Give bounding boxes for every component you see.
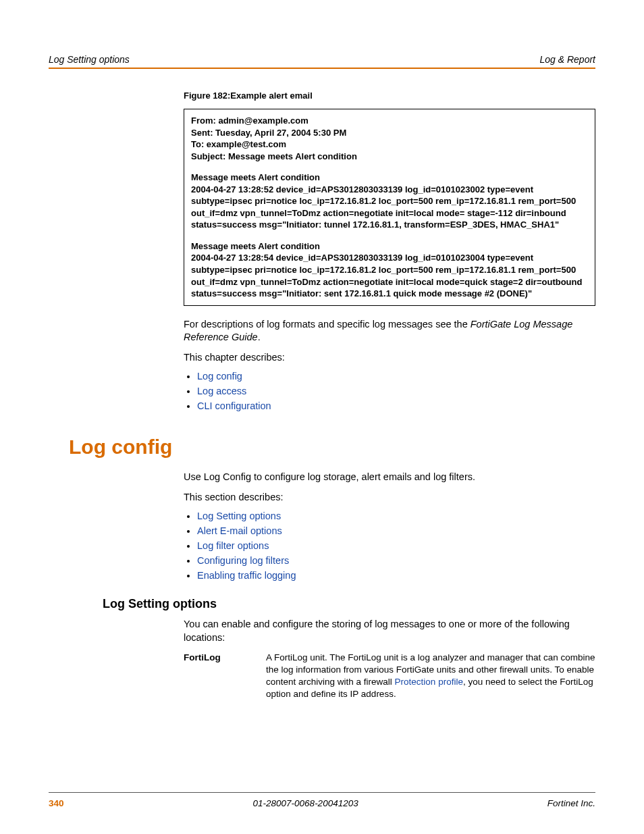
document-page: Log Setting options Log & Report Figure … bbox=[0, 0, 644, 834]
link-enabling-traffic-logging[interactable]: Enabling traffic logging bbox=[197, 570, 296, 581]
email-body-line: Message meets Alert condition bbox=[191, 240, 588, 253]
link-list: Log Setting options Alert E-mail options… bbox=[184, 511, 595, 581]
list-item: Configuring log filters bbox=[197, 555, 595, 566]
document-id: 01-28007-0068-20041203 bbox=[253, 798, 358, 808]
header-left: Log Setting options bbox=[49, 54, 130, 65]
link-list: Log config Log access CLI configuration bbox=[184, 371, 595, 411]
email-body-line: Message meets Alert condition bbox=[191, 172, 588, 184]
email-subject: Subject: Message meets Alert condition bbox=[191, 151, 588, 163]
paragraph: This section describes: bbox=[184, 491, 595, 504]
email-body-line: 2004-04-27 13:28:54 device_id=APS3012803… bbox=[191, 252, 588, 299]
list-item: Log config bbox=[197, 371, 595, 382]
running-header: Log Setting options Log & Report bbox=[49, 54, 595, 69]
definition-term: FortiLog bbox=[184, 652, 251, 701]
link-alert-email-options[interactable]: Alert E-mail options bbox=[197, 525, 282, 536]
section-heading-log-config: Log config bbox=[69, 436, 595, 459]
email-sent: Sent: Tuesday, April 27, 2004 5:30 PM bbox=[191, 127, 588, 139]
list-item: Log filter options bbox=[197, 540, 595, 551]
link-log-setting-options[interactable]: Log Setting options bbox=[197, 511, 281, 521]
list-item: Enabling traffic logging bbox=[197, 570, 595, 581]
header-right: Log & Report bbox=[540, 54, 596, 65]
paragraph: Use Log Config to configure log storage,… bbox=[184, 471, 595, 484]
paragraph: This chapter describes: bbox=[184, 351, 595, 365]
section-content: Use Log Config to configure log storage,… bbox=[184, 471, 595, 581]
main-content: Figure 182:Example alert email From: adm… bbox=[184, 90, 595, 411]
definition-row: FortiLog A FortiLog unit. The FortiLog u… bbox=[184, 652, 595, 701]
example-email-box: From: admin@example.com Sent: Tuesday, A… bbox=[184, 109, 595, 306]
email-body-line: 2004-04-27 13:28:52 device_id=APS3012803… bbox=[191, 184, 588, 231]
list-item: CLI configuration bbox=[197, 400, 595, 411]
page-footer: 340 01-28007-0068-20041203 Fortinet Inc. bbox=[49, 792, 595, 808]
definition-description: A FortiLog unit. The FortiLog unit is a … bbox=[266, 652, 595, 701]
list-item: Log Setting options bbox=[197, 511, 595, 521]
link-log-filter-options[interactable]: Log filter options bbox=[197, 540, 269, 551]
email-from: From: admin@example.com bbox=[191, 115, 588, 127]
email-to: To: example@test.com bbox=[191, 138, 588, 151]
subsection-heading-log-setting-options: Log Setting options bbox=[103, 597, 595, 611]
company-name: Fortinet Inc. bbox=[547, 798, 595, 808]
list-item: Log access bbox=[197, 386, 595, 396]
figure-caption: Figure 182:Example alert email bbox=[184, 90, 595, 101]
link-protection-profile[interactable]: Protection profile bbox=[395, 677, 463, 687]
page-number: 340 bbox=[49, 798, 64, 808]
link-log-access[interactable]: Log access bbox=[197, 386, 246, 396]
paragraph: For descriptions of log formats and spec… bbox=[184, 318, 595, 344]
link-configuring-log-filters[interactable]: Configuring log filters bbox=[197, 555, 289, 566]
list-item: Alert E-mail options bbox=[197, 525, 595, 536]
link-cli-configuration[interactable]: CLI configuration bbox=[197, 400, 271, 411]
paragraph: You can enable and configure the storing… bbox=[184, 618, 595, 644]
link-log-config[interactable]: Log config bbox=[197, 371, 242, 382]
subsection-content: You can enable and configure the storing… bbox=[184, 618, 595, 644]
